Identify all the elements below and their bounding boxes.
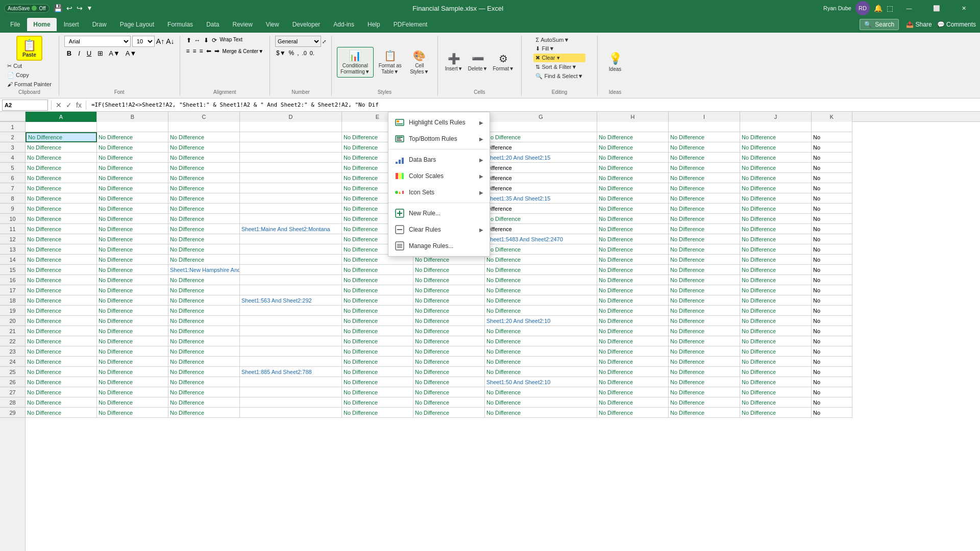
dec-dec-button[interactable]: 0. (309, 49, 315, 57)
grid-cell[interactable]: No Difference (168, 193, 240, 204)
grid-cell[interactable]: No Difference (342, 408, 413, 418)
grid-cell[interactable]: No Difference (26, 142, 97, 153)
grid-cell[interactable]: No (812, 408, 852, 418)
col-header-H[interactable]: H (597, 112, 669, 122)
grid-cell[interactable]: Sheet1:50 And Sheet2:10 (485, 377, 597, 387)
grid-cell[interactable]: No Difference (342, 377, 413, 387)
grid-cell[interactable]: No Difference (669, 153, 740, 163)
grid-cell[interactable]: No Difference (669, 142, 740, 153)
grid-cell[interactable]: No Difference (168, 346, 240, 357)
grid-cell[interactable]: No Difference (740, 346, 812, 357)
grid-cell[interactable]: No Difference (97, 204, 168, 214)
grid-cell[interactable]: No (812, 316, 852, 326)
grid-cell[interactable]: No Difference (740, 336, 812, 346)
grid-cell[interactable]: Difference (485, 163, 597, 173)
cell-styles-button[interactable]: 🎨 CellStyles▼ (407, 47, 432, 77)
align-center-button[interactable]: ≡ (192, 46, 198, 56)
grid-cell[interactable] (240, 244, 342, 255)
grid-cell[interactable]: No (812, 397, 852, 408)
grid-cell[interactable]: Sheet1:20 And Sheet2:10 (485, 316, 597, 326)
grid-cell[interactable] (26, 122, 97, 132)
grid-cell[interactable]: No Difference (26, 193, 97, 204)
grid-cell[interactable]: No (812, 142, 852, 153)
grid-cell[interactable]: Sheet1:35 And Sheet2:15 (485, 193, 597, 204)
grid-cell[interactable]: No Difference (485, 326, 597, 336)
col-header-C[interactable]: C (168, 112, 240, 122)
grid-cell[interactable]: No Difference (97, 193, 168, 204)
grid-cell[interactable]: No Difference (26, 224, 97, 234)
grid-cell[interactable]: No Difference (97, 316, 168, 326)
grid-cell[interactable]: No Difference (669, 214, 740, 224)
tab-formulas[interactable]: Formulas (161, 18, 199, 31)
col-header-K[interactable]: K (812, 112, 852, 122)
clear-button[interactable]: ✖ Clear ▾ (533, 54, 585, 62)
col-header-B[interactable]: B (97, 112, 168, 122)
grid-cell[interactable]: No Difference (26, 173, 97, 183)
grid-cell[interactable]: No Difference (168, 336, 240, 346)
underline-button[interactable]: U (84, 48, 94, 58)
grid-cell[interactable]: No Difference (168, 306, 240, 316)
grid-cell[interactable]: No (812, 173, 852, 183)
col-header-J[interactable]: J (740, 112, 812, 122)
indent-dec-button[interactable]: ⬅ (205, 46, 212, 56)
grid-cell[interactable]: No (812, 224, 852, 234)
save-icon[interactable]: 💾 (54, 4, 62, 12)
col-header-D[interactable]: D (240, 112, 342, 122)
grid-cell[interactable] (597, 122, 669, 132)
grid-cell[interactable]: No Difference (740, 408, 812, 418)
grid-cell[interactable]: No Difference (740, 214, 812, 224)
grid-cell[interactable]: No Difference (26, 255, 97, 265)
grid-cell[interactable]: No Difference (669, 306, 740, 316)
grid-cell[interactable]: No Difference (26, 244, 97, 255)
grid-cell[interactable] (240, 255, 342, 265)
grid-cell[interactable]: No Difference (740, 224, 812, 234)
grid-cell[interactable] (240, 326, 342, 336)
grid-cell[interactable]: No Difference (97, 224, 168, 234)
grid-cell[interactable]: No (812, 183, 852, 193)
col-header-G[interactable]: G (485, 112, 597, 122)
grid-cell[interactable]: No Difference (26, 204, 97, 214)
grid-cell[interactable] (240, 357, 342, 367)
grid-cell[interactable] (240, 336, 342, 346)
grid-cell[interactable]: No Difference (669, 255, 740, 265)
grid-cell[interactable]: No Difference (97, 214, 168, 224)
grid-cell[interactable]: No Difference (669, 397, 740, 408)
grid-cell[interactable]: No Difference (485, 336, 597, 346)
grid-cell[interactable]: No Difference (740, 275, 812, 285)
grid-cell[interactable]: No Difference (168, 255, 240, 265)
grid-cell[interactable]: No Difference (97, 295, 168, 306)
grid-cell[interactable]: No Difference (26, 153, 97, 163)
grid-cell[interactable]: No Difference (168, 295, 240, 306)
grid-cell[interactable]: No Difference (740, 132, 812, 142)
grid-cell[interactable]: No Difference (597, 153, 669, 163)
grid-cell[interactable]: No Difference (740, 204, 812, 214)
grid-cell[interactable]: No Difference (597, 336, 669, 346)
cut-button[interactable]: ✂ Cut (5, 62, 24, 70)
grid-cell[interactable]: No Difference (669, 183, 740, 193)
grid-cell[interactable] (485, 122, 597, 132)
grid-cell[interactable]: No Difference (597, 183, 669, 193)
grid-cell[interactable]: No (812, 295, 852, 306)
grid-cell[interactable]: No Difference (669, 173, 740, 183)
grid-cell[interactable]: No Difference (669, 265, 740, 275)
format-painter-button[interactable]: 🖌 Format Painter (5, 80, 54, 88)
grid-cell[interactable]: No Difference (26, 326, 97, 336)
dec-inc-button[interactable]: .0 (301, 49, 308, 57)
grid-cell[interactable]: No Difference (669, 275, 740, 285)
formula-input[interactable]: =IF(Sheet1!A2<>Sheet2!A2, "Sheet1:" & Sh… (89, 102, 978, 108)
number-format-selector[interactable]: General (275, 36, 321, 47)
grid-cell[interactable] (240, 122, 342, 132)
grid-cell[interactable]: No Difference (97, 367, 168, 377)
grid-cell[interactable]: No Difference (97, 132, 168, 142)
grid-cell[interactable] (240, 285, 342, 295)
grid-cell[interactable]: No Difference (485, 132, 597, 142)
grid-cell[interactable]: No Difference (740, 173, 812, 183)
grid-cell[interactable]: No Difference (740, 285, 812, 295)
grid-cell[interactable]: No Difference (669, 387, 740, 397)
grid-cell[interactable]: No Difference (168, 163, 240, 173)
grid-cell[interactable]: No Difference (168, 357, 240, 367)
grid-cell[interactable]: No Difference (597, 306, 669, 316)
grid-cell[interactable]: No Difference (413, 326, 485, 336)
indent-inc-button[interactable]: ➡ (213, 46, 220, 56)
grid-cell[interactable]: No Difference (97, 285, 168, 295)
